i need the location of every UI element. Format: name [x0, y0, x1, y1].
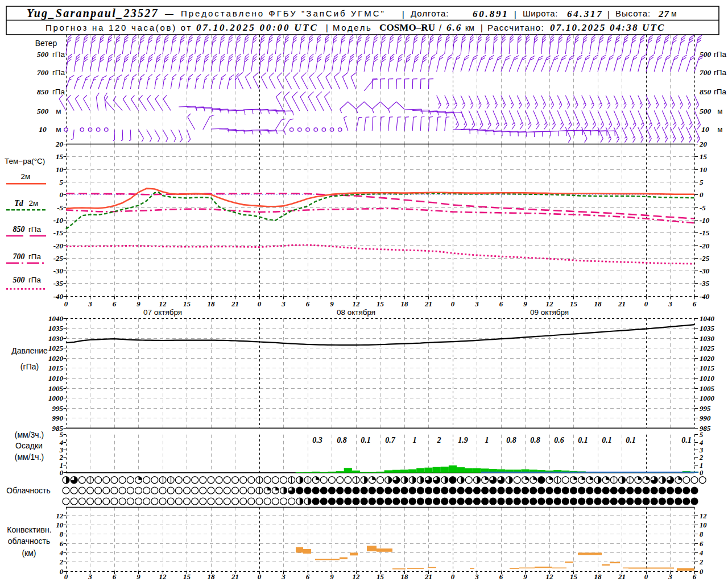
svg-text:1005: 1005	[700, 384, 715, 393]
svg-text:18: 18	[208, 572, 216, 581]
svg-text:м: м	[671, 9, 677, 18]
svg-text:9: 9	[523, 572, 527, 581]
svg-text:07 октября: 07 октября	[143, 308, 182, 317]
svg-text:08 октября: 08 октября	[337, 308, 375, 317]
svg-text:1030: 1030	[700, 334, 715, 343]
svg-text:15: 15	[183, 572, 191, 581]
svg-text:-10: -10	[700, 216, 710, 225]
svg-text:2: 2	[699, 558, 703, 566]
svg-text:0.8: 0.8	[530, 436, 540, 444]
svg-text:0.8: 0.8	[337, 436, 347, 444]
svg-text:Td: Td	[14, 199, 24, 207]
svg-text:Прогноз на 120 часа(ов) от: Прогноз на 120 часа(ов) от	[46, 23, 192, 32]
svg-text:0: 0	[60, 190, 64, 199]
svg-text:09 октября: 09 октября	[530, 308, 569, 317]
svg-text:12: 12	[159, 572, 167, 581]
svg-text:0.1: 0.1	[578, 436, 588, 444]
svg-text:21: 21	[424, 572, 432, 581]
svg-text:5: 5	[700, 178, 704, 186]
svg-text:500: 500	[37, 50, 49, 59]
svg-text:3: 3	[88, 572, 92, 581]
svg-text:гПа: гПа	[714, 88, 727, 96]
svg-text:-15: -15	[700, 228, 710, 237]
svg-text:1: 1	[485, 436, 489, 444]
svg-text:0.1: 0.1	[626, 436, 636, 444]
svg-text:0: 0	[644, 572, 648, 581]
svg-text:-20: -20	[700, 242, 710, 250]
svg-text:2м: 2м	[21, 172, 31, 181]
svg-text:4: 4	[59, 549, 63, 557]
svg-text:м: м	[56, 107, 61, 115]
svg-text:1: 1	[700, 462, 703, 469]
svg-text:м: м	[56, 125, 61, 134]
svg-text:|: |	[514, 10, 516, 19]
svg-text:3: 3	[474, 572, 479, 581]
svg-text:Предоставлено ФГБУ "ЗапСиб УГМ: Предоставлено ФГБУ "ЗапСиб УГМС"	[181, 9, 386, 18]
svg-text:км: км	[465, 23, 474, 32]
svg-text:500: 500	[700, 50, 712, 59]
svg-text:Долгота:: Долгота:	[411, 9, 449, 18]
svg-text:|: |	[326, 23, 328, 32]
svg-text:0: 0	[451, 572, 455, 581]
svg-text:(мм/1ч.): (мм/1ч.)	[15, 452, 44, 462]
svg-text:0: 0	[64, 300, 68, 308]
svg-text:9: 9	[523, 300, 527, 308]
svg-text:-40: -40	[53, 292, 64, 301]
svg-text:15: 15	[183, 300, 191, 308]
svg-text:гПа: гПа	[714, 50, 727, 59]
svg-text:10: 10	[56, 165, 64, 174]
svg-text:Облачность: Облачность	[6, 486, 50, 495]
svg-text:гПа: гПа	[28, 276, 42, 284]
svg-text:10: 10	[701, 125, 709, 134]
svg-text:12: 12	[546, 572, 554, 581]
svg-text:21: 21	[231, 300, 239, 308]
svg-text:10: 10	[700, 165, 708, 174]
svg-text:07.10.2025 00:00 UTC: 07.10.2025 00:00 UTC	[196, 22, 318, 33]
svg-text:1000: 1000	[48, 394, 64, 402]
svg-text:0: 0	[700, 568, 704, 576]
svg-text:6: 6	[499, 572, 503, 581]
svg-text:3: 3	[668, 300, 672, 308]
svg-text:1: 1	[60, 462, 63, 469]
svg-text:700: 700	[37, 68, 49, 77]
svg-text:1020: 1020	[700, 354, 715, 363]
svg-text:18: 18	[594, 572, 602, 581]
svg-text:Ветер: Ветер	[35, 39, 57, 48]
svg-text:гПа: гПа	[714, 68, 727, 77]
svg-text:15: 15	[570, 300, 578, 308]
svg-text:4: 4	[699, 549, 703, 557]
svg-text:20: 20	[699, 140, 708, 148]
svg-text:12: 12	[56, 512, 64, 520]
svg-text:(км): (км)	[22, 548, 36, 558]
svg-text:Рассчитано:: Рассчитано:	[487, 23, 544, 32]
svg-text:м: м	[717, 125, 722, 134]
svg-text:990: 990	[52, 414, 64, 422]
svg-text:12: 12	[353, 300, 361, 308]
svg-text:-30: -30	[700, 267, 710, 275]
svg-text:Осадки: Осадки	[15, 441, 43, 450]
svg-text:-15: -15	[53, 228, 64, 237]
svg-text:64.317: 64.317	[567, 9, 603, 19]
svg-text:1025: 1025	[700, 344, 715, 352]
svg-text:0.7: 0.7	[385, 436, 396, 444]
svg-text:-20: -20	[53, 242, 64, 250]
svg-text:-5: -5	[57, 203, 63, 212]
svg-text:12: 12	[700, 512, 707, 520]
svg-text:гПа: гПа	[28, 252, 42, 261]
svg-text:6: 6	[700, 540, 704, 548]
svg-text:0: 0	[64, 572, 68, 581]
svg-text:850: 850	[700, 88, 712, 96]
svg-text:6: 6	[499, 300, 503, 308]
svg-text:21: 21	[424, 300, 432, 308]
svg-text:6: 6	[113, 300, 117, 308]
svg-text:995: 995	[700, 404, 711, 413]
svg-text:12: 12	[546, 300, 554, 308]
svg-text:4: 4	[699, 439, 703, 447]
svg-text:0.1: 0.1	[361, 436, 371, 444]
svg-text:1010: 1010	[700, 374, 715, 383]
svg-text:18: 18	[208, 300, 216, 308]
svg-text:6: 6	[306, 572, 310, 581]
svg-text:3: 3	[59, 446, 63, 454]
svg-text:5: 5	[60, 431, 63, 439]
svg-text:15: 15	[570, 572, 578, 581]
